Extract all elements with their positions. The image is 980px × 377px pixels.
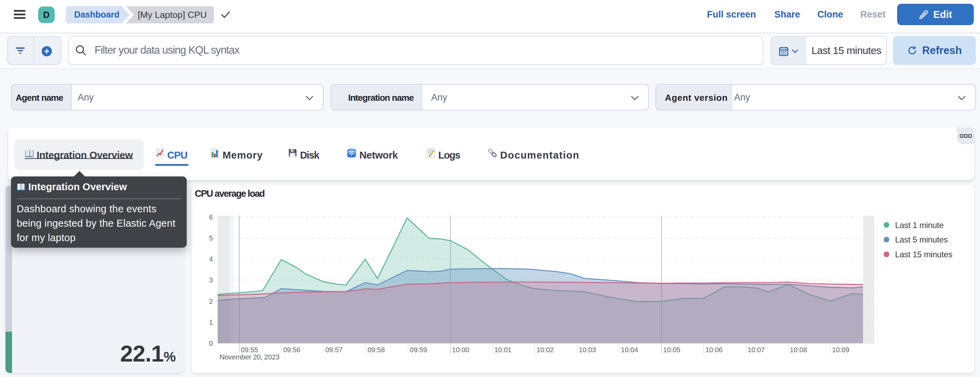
svg-text:10:09: 10:09 bbox=[832, 346, 850, 354]
svg-text:10:06: 10:06 bbox=[705, 346, 722, 354]
svg-text:5: 5 bbox=[209, 234, 213, 242]
svg-text:November 20, 2023: November 20, 2023 bbox=[220, 353, 279, 361]
svg-text:4: 4 bbox=[209, 255, 213, 263]
svg-text:09:57: 09:57 bbox=[325, 346, 342, 354]
svg-text:[My Laptop] CPU: [My Laptop] CPU bbox=[138, 10, 207, 20]
svg-text:10:04: 10:04 bbox=[621, 346, 638, 354]
svg-text:09:56: 09:56 bbox=[283, 346, 300, 354]
svg-text:2: 2 bbox=[209, 297, 213, 305]
svg-text:6: 6 bbox=[209, 213, 213, 221]
svg-text:10:03: 10:03 bbox=[579, 346, 596, 354]
svg-text:10:08: 10:08 bbox=[790, 346, 807, 354]
svg-text:1: 1 bbox=[209, 318, 213, 326]
svg-text:10:07: 10:07 bbox=[748, 346, 765, 354]
svg-text:Dashboard: Dashboard bbox=[74, 10, 120, 19]
svg-text:09:59: 09:59 bbox=[410, 346, 427, 354]
svg-text:10:00: 10:00 bbox=[452, 346, 469, 354]
svg-text:10:01: 10:01 bbox=[494, 346, 511, 354]
svg-text:Last 1 minute: Last 1 minute bbox=[895, 221, 943, 230]
svg-text:3: 3 bbox=[209, 276, 213, 284]
svg-text:Last 5 minutes: Last 5 minutes bbox=[895, 235, 948, 244]
svg-text:09:58: 09:58 bbox=[368, 346, 385, 354]
svg-text:10:02: 10:02 bbox=[536, 346, 554, 354]
svg-text:10:05: 10:05 bbox=[663, 346, 681, 354]
svg-text:0: 0 bbox=[209, 339, 213, 347]
svg-text:Last 15 minutes: Last 15 minutes bbox=[895, 250, 953, 259]
svg-text:09:55: 09:55 bbox=[241, 346, 258, 354]
